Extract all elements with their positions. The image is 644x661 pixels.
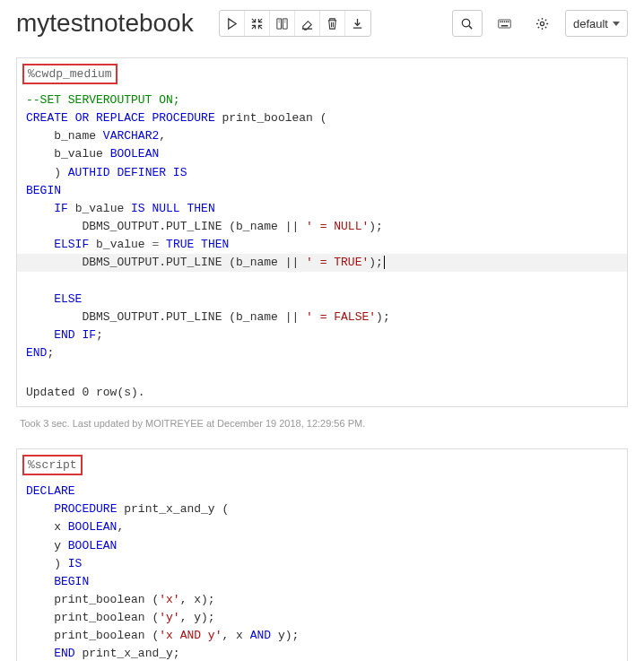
svg-marker-0 bbox=[228, 18, 235, 28]
gear-icon bbox=[535, 17, 549, 30]
collapse-icon bbox=[250, 17, 264, 30]
svg-rect-5 bbox=[502, 21, 504, 22]
paragraph-2: %script DECLARE PROCEDURE print_x_and_y … bbox=[16, 448, 628, 661]
book-icon bbox=[275, 17, 289, 30]
code-editor[interactable]: DECLARE PROCEDURE print_x_and_y ( x BOOL… bbox=[17, 481, 627, 661]
search-button[interactable] bbox=[452, 10, 483, 37]
dropdown-label: default bbox=[573, 17, 608, 30]
svg-point-10 bbox=[541, 22, 544, 25]
settings-button[interactable] bbox=[527, 10, 558, 37]
search-icon bbox=[460, 17, 474, 30]
play-icon bbox=[225, 17, 239, 30]
svg-line-2 bbox=[469, 25, 472, 28]
interpreter-tag: %cwdp_medium bbox=[22, 64, 117, 84]
delete-button[interactable] bbox=[320, 11, 345, 36]
svg-point-1 bbox=[463, 19, 470, 26]
interpreter-tag: %script bbox=[22, 455, 83, 475]
svg-rect-8 bbox=[509, 21, 510, 22]
svg-rect-9 bbox=[501, 25, 509, 27]
interpreter-binding-dropdown[interactable]: default bbox=[565, 10, 628, 37]
paragraph-1: %cwdp_medium --SET SERVEROUTPUT ON; CREA… bbox=[16, 57, 628, 407]
eraser-icon bbox=[300, 17, 314, 30]
svg-rect-6 bbox=[504, 21, 506, 22]
notebook-title: mytestnotebook bbox=[16, 9, 194, 38]
paragraph-output: Updated 0 row(s). bbox=[17, 375, 627, 406]
paragraph-status: Took 3 sec. Last updated by MOITREYEE at… bbox=[0, 414, 644, 441]
chevron-down-icon bbox=[613, 22, 620, 26]
run-toolbar bbox=[219, 10, 371, 37]
svg-rect-7 bbox=[506, 21, 508, 22]
keyboard-icon bbox=[498, 17, 511, 30]
export-button[interactable] bbox=[345, 11, 370, 36]
notebook-header: mytestnotebook default bbox=[0, 0, 644, 50]
svg-rect-3 bbox=[499, 20, 511, 28]
code-editor[interactable]: --SET SERVEROUTPUT ON; CREATE OR REPLACE… bbox=[17, 90, 627, 375]
svg-rect-4 bbox=[500, 21, 502, 22]
run-all-button[interactable] bbox=[220, 11, 245, 36]
right-controls: default bbox=[452, 10, 628, 37]
keyboard-shortcuts-button[interactable] bbox=[490, 10, 520, 37]
download-icon bbox=[351, 17, 364, 30]
collapse-button[interactable] bbox=[245, 11, 270, 36]
clear-output-button[interactable] bbox=[295, 11, 320, 36]
clone-button[interactable] bbox=[270, 11, 295, 36]
trash-icon bbox=[326, 17, 339, 30]
